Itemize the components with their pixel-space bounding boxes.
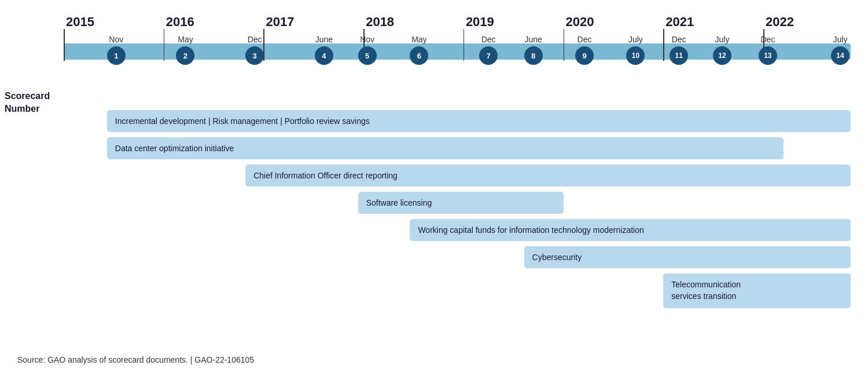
bar-working-capital: Working capital funds for information te… bbox=[410, 219, 851, 241]
month-label-14: July bbox=[833, 35, 848, 44]
node-11: 11 bbox=[670, 46, 688, 65]
month-label-12: July bbox=[715, 35, 730, 44]
bar-cio-reporting: Chief Information Officer direct reporti… bbox=[245, 165, 851, 187]
bar-data-center: Data center optimization initiative bbox=[107, 137, 784, 159]
node-7-group: Dec 7 bbox=[479, 35, 498, 65]
scorecard-label: ScorecardNumber bbox=[5, 90, 50, 115]
month-label-5: Nov bbox=[360, 35, 374, 44]
bar-label-cio: Chief Information Officer direct reporti… bbox=[253, 171, 398, 180]
node-4: 4 bbox=[315, 46, 333, 65]
node-4-group: June 4 bbox=[315, 35, 333, 65]
bars-area: Incremental development | Risk managemen… bbox=[64, 110, 851, 330]
node-14-group: July 14 bbox=[831, 35, 849, 65]
year-label-2021: 2021 bbox=[665, 14, 694, 30]
bar-label-software: Software licensing bbox=[366, 198, 432, 207]
node-8: 8 bbox=[524, 46, 543, 65]
node-14: 14 bbox=[831, 46, 849, 65]
year-tick-2016 bbox=[164, 29, 165, 61]
node-2: 2 bbox=[176, 46, 194, 65]
node-10: 10 bbox=[626, 46, 645, 65]
bar-telecom: Telecommunicationservices transition bbox=[663, 273, 851, 308]
node-9-group: Dec 9 bbox=[575, 35, 594, 65]
node-5-group: Nov 5 bbox=[358, 35, 377, 65]
month-label-2: May bbox=[178, 35, 193, 44]
node-12-group: July 12 bbox=[713, 35, 731, 65]
node-9: 9 bbox=[575, 46, 594, 65]
year-label-2017: 2017 bbox=[266, 14, 294, 30]
month-label-8: June bbox=[524, 35, 542, 44]
year-tick-2019 bbox=[464, 29, 465, 61]
year-label-2015: 2015 bbox=[66, 14, 94, 30]
year-label-2018: 2018 bbox=[366, 14, 394, 30]
year-tick-2015 bbox=[64, 29, 65, 61]
node-5: 5 bbox=[358, 46, 377, 65]
bar-label-incremental: Incremental development | Risk managemen… bbox=[115, 116, 370, 126]
month-label-7: Dec bbox=[481, 35, 496, 44]
month-label-10: July bbox=[628, 35, 643, 44]
node-3-group: Dec 3 bbox=[245, 35, 264, 65]
year-tick-2020 bbox=[564, 29, 565, 61]
node-1: 1 bbox=[107, 46, 126, 65]
node-8-group: June 8 bbox=[524, 35, 543, 65]
node-12: 12 bbox=[713, 46, 731, 65]
month-label-4: June bbox=[315, 35, 333, 44]
source-text: Source: GAO analysis of scorecard docume… bbox=[17, 355, 254, 364]
source-line: Source: GAO analysis of scorecard docume… bbox=[17, 355, 254, 364]
node-2-group: May 2 bbox=[176, 35, 194, 65]
node-6: 6 bbox=[410, 46, 428, 65]
month-label-11: Dec bbox=[672, 35, 686, 44]
node-11-group: Dec 11 bbox=[670, 35, 688, 65]
bar-label-working-capital: Working capital funds for information te… bbox=[418, 225, 643, 235]
bar-label-data-center: Data center optimization initiative bbox=[115, 144, 234, 153]
bar-label-cybersecurity: Cybersecurity bbox=[532, 253, 582, 262]
node-3: 3 bbox=[245, 46, 264, 65]
node-6-group: May 6 bbox=[410, 35, 428, 65]
year-label-2019: 2019 bbox=[466, 14, 494, 30]
node-13-group: Dec 13 bbox=[759, 35, 777, 65]
bar-software-licensing: Software licensing bbox=[358, 192, 564, 214]
month-label-13: Dec bbox=[760, 35, 775, 44]
timeline-header: 2015 2016 2017 2018 2019 2020 bbox=[64, 14, 851, 90]
year-label-2020: 2020 bbox=[566, 14, 594, 30]
bar-cybersecurity: Cybersecurity bbox=[524, 246, 851, 268]
node-1-group: Nov 1 bbox=[107, 35, 126, 65]
year-tick-2021 bbox=[663, 29, 664, 61]
chart-container: ScorecardNumber 2015 2016 2017 2018 2019 bbox=[0, 0, 868, 376]
node-7: 7 bbox=[479, 46, 498, 65]
bar-label-telecom: Telecommunicationservices transition bbox=[671, 279, 741, 302]
scorecard-label-text: ScorecardNumber bbox=[5, 91, 50, 114]
month-label-3: Dec bbox=[248, 35, 262, 44]
year-label-2022: 2022 bbox=[766, 14, 794, 30]
month-label-9: Dec bbox=[578, 35, 592, 44]
month-label-6: May bbox=[411, 35, 426, 44]
year-label-2016: 2016 bbox=[166, 14, 194, 30]
month-label-1: Nov bbox=[109, 35, 123, 44]
node-10-group: July 10 bbox=[626, 35, 645, 65]
node-13: 13 bbox=[759, 46, 777, 65]
bar-incremental-development: Incremental development | Risk managemen… bbox=[107, 110, 851, 132]
